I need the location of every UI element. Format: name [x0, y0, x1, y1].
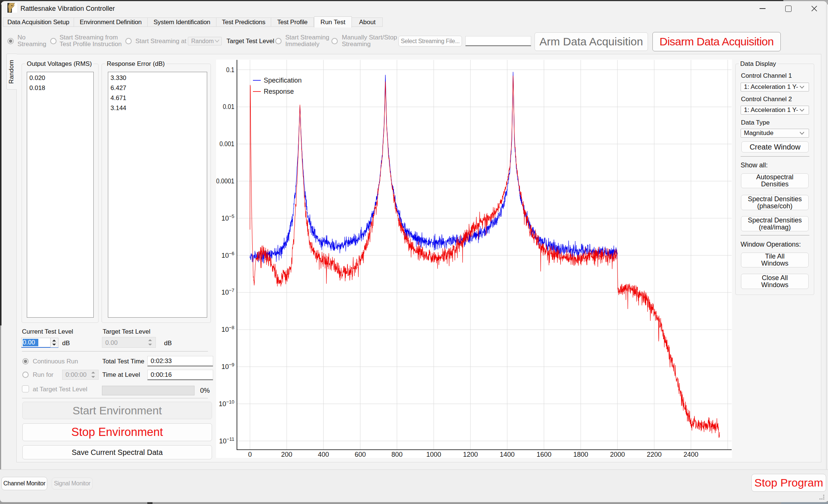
- svg-text:1400: 1400: [500, 451, 515, 458]
- svg-text:1000: 1000: [426, 451, 441, 458]
- svg-text:200: 200: [281, 451, 292, 458]
- svg-text:0.001: 0.001: [219, 140, 234, 148]
- svg-text:2200: 2200: [647, 451, 662, 458]
- svg-text:1600: 1600: [536, 451, 551, 458]
- svg-text:0.01: 0.01: [223, 103, 234, 110]
- svg-text:800: 800: [391, 451, 402, 458]
- svg-text:Response: Response: [264, 88, 294, 95]
- svg-text:600: 600: [354, 451, 366, 458]
- svg-text:1800: 1800: [573, 451, 588, 458]
- svg-text:0.1: 0.1: [226, 66, 234, 74]
- svg-text:2400: 2400: [684, 451, 699, 458]
- svg-text:400: 400: [318, 451, 329, 458]
- svg-text:0.0001: 0.0001: [216, 177, 234, 185]
- svg-text:1200: 1200: [463, 451, 478, 458]
- svg-text:0: 0: [248, 451, 252, 458]
- svg-text:2000: 2000: [610, 451, 625, 458]
- svg-text:Specification: Specification: [264, 77, 302, 84]
